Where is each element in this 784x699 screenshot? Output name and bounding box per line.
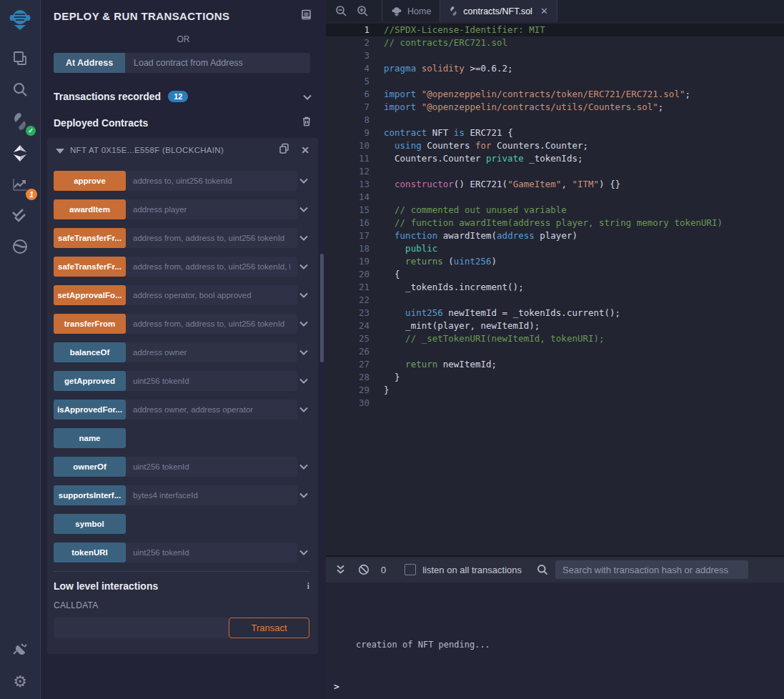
zoom-in-icon[interactable]: [352, 0, 373, 22]
expand-function-chevron-icon[interactable]: [297, 550, 310, 555]
function-args-input[interactable]: [126, 400, 297, 420]
settings-gear-icon[interactable]: ⚙: [0, 669, 40, 695]
chevron-down-icon[interactable]: [303, 90, 312, 103]
function-button[interactable]: tokenURI: [54, 542, 126, 562]
unit-testing-icon[interactable]: [0, 202, 40, 227]
code-line-11[interactable]: 11 Counters.Counter private _tokenIds;: [326, 152, 784, 165]
code-line-9[interactable]: 9contract NFT is ERC721 {: [326, 127, 784, 139]
zoom-out-icon[interactable]: [330, 0, 352, 22]
function-button[interactable]: supportsInterf...: [54, 485, 126, 505]
code-line-27[interactable]: 27 return newItemId;: [326, 358, 784, 371]
function-button[interactable]: balanceOf: [54, 342, 126, 362]
listen-transactions-checkbox[interactable]: [405, 564, 416, 575]
function-args-input[interactable]: [126, 257, 297, 277]
analytics-icon[interactable]: 1: [0, 172, 40, 197]
info-icon[interactable]: i: [307, 580, 309, 592]
function-args-input[interactable]: [126, 485, 297, 505]
code-line-10[interactable]: 10 using Counters for Counters.Counter;: [326, 139, 784, 152]
function-button[interactable]: approve: [54, 171, 126, 191]
function-button[interactable]: getApproved: [54, 371, 126, 391]
code-line-20[interactable]: 20 {: [326, 268, 784, 281]
code-line-17[interactable]: 17 function awardItem(address player): [326, 229, 784, 242]
function-button[interactable]: setApprovalFo...: [54, 285, 126, 305]
expand-function-chevron-icon[interactable]: [297, 321, 310, 327]
code-line-15[interactable]: 15 // commented out unused variable: [326, 204, 784, 217]
code-line-4[interactable]: 4pragma solidity >=0.6.2;: [326, 62, 784, 75]
code-line-23[interactable]: 23 uint256 newItemId = _tokenIds.current…: [326, 307, 784, 319]
function-button[interactable]: ownerOf: [54, 457, 126, 477]
close-icon[interactable]: ✕: [301, 144, 309, 156]
at-address-input[interactable]: [125, 53, 310, 73]
function-args-input[interactable]: [126, 199, 297, 219]
code-line-16[interactable]: 16 // function awardItem(address player,…: [326, 217, 784, 229]
trash-icon[interactable]: [302, 116, 312, 129]
terminal-search-input[interactable]: [555, 560, 748, 579]
code-line-24[interactable]: 24 _mint(player, newItemId);: [326, 319, 784, 332]
expand-function-chevron-icon[interactable]: [297, 492, 310, 498]
search-icon[interactable]: [0, 76, 40, 102]
code-line-12[interactable]: 12: [326, 165, 784, 178]
function-button[interactable]: safeTransferFr...: [54, 257, 126, 277]
function-button[interactable]: transferFrom: [54, 314, 126, 334]
solidity-compiler-icon[interactable]: ✓: [0, 109, 40, 134]
code-line-2[interactable]: 2// contracts/ERC721.sol: [326, 36, 784, 49]
tab-nft-sol[interactable]: contracts/NFT.sol ✕: [440, 0, 557, 22]
function-button[interactable]: symbol: [54, 514, 126, 534]
code-editor[interactable]: 1//SPDX-License-Identifier: MIT2// contr…: [326, 22, 784, 555]
function-args-input[interactable]: [126, 542, 297, 562]
expand-terminal-icon[interactable]: [336, 565, 345, 575]
expand-function-chevron-icon[interactable]: [297, 350, 310, 355]
code-line-5[interactable]: 5: [326, 75, 784, 88]
expand-function-chevron-icon[interactable]: [297, 378, 310, 384]
expand-function-chevron-icon[interactable]: [297, 407, 310, 412]
code-line-6[interactable]: 6import "@openzeppelin/contracts/token/E…: [326, 88, 784, 101]
function-args-input[interactable]: [126, 457, 297, 477]
code-line-26[interactable]: 26: [326, 345, 784, 358]
expand-function-chevron-icon[interactable]: [297, 464, 310, 470]
code-line-30[interactable]: 30: [326, 397, 784, 410]
code-line-3[interactable]: 3: [326, 49, 784, 62]
expand-function-chevron-icon[interactable]: [297, 178, 310, 184]
expand-function-chevron-icon[interactable]: [297, 235, 310, 241]
function-args-input[interactable]: [126, 371, 297, 391]
code-line-7[interactable]: 7import "@openzeppelin/contracts/utils/C…: [326, 101, 784, 114]
transact-button[interactable]: Transact: [229, 618, 309, 638]
function-args-input[interactable]: [126, 285, 297, 305]
function-button[interactable]: awardItem: [54, 199, 126, 219]
code-line-22[interactable]: 22: [326, 294, 784, 307]
code-line-25[interactable]: 25 // _setTokenURI(newItemId, tokenURI);: [326, 332, 784, 345]
file-explorer-icon[interactable]: [0, 46, 40, 71]
code-line-13[interactable]: 13 constructor() ERC721("GameItem", "ITM…: [326, 178, 784, 191]
code-line-18[interactable]: 18 public: [326, 242, 784, 255]
expand-function-chevron-icon[interactable]: [297, 264, 310, 269]
code-line-8[interactable]: 8: [326, 114, 784, 127]
code-line-14[interactable]: 14: [326, 191, 784, 204]
terminal-output[interactable]: creation of NFT pending... >: [326, 582, 784, 699]
book-icon[interactable]: [301, 9, 312, 23]
function-button[interactable]: name: [54, 428, 126, 448]
side-panel-scrollbar[interactable]: [320, 0, 324, 699]
expand-function-chevron-icon[interactable]: [297, 292, 310, 298]
tab-close-icon[interactable]: ✕: [540, 6, 548, 16]
code-line-19[interactable]: 19 returns (uint256): [326, 255, 784, 268]
function-button[interactable]: safeTransferFr...: [54, 228, 126, 248]
instance-collapse-chevron-icon[interactable]: [56, 144, 64, 157]
clear-console-icon[interactable]: [358, 564, 369, 575]
function-button[interactable]: isApprovedFor...: [54, 400, 126, 420]
scrollbar-thumb[interactable]: [320, 254, 324, 362]
at-address-button[interactable]: At Address: [54, 53, 125, 73]
deploy-run-icon[interactable]: [0, 140, 40, 166]
plugin-circle-icon[interactable]: [0, 234, 40, 259]
plugin-manager-icon[interactable]: [0, 637, 40, 663]
code-line-29[interactable]: 29}: [326, 384, 784, 397]
calldata-input[interactable]: [54, 618, 229, 638]
copy-icon[interactable]: [279, 143, 289, 157]
function-args-input[interactable]: [126, 342, 297, 362]
code-line-28[interactable]: 28 }: [326, 371, 784, 384]
expand-function-chevron-icon[interactable]: [297, 207, 310, 212]
tab-home[interactable]: Home: [382, 0, 440, 22]
code-line-1[interactable]: 1//SPDX-License-Identifier: MIT: [326, 24, 784, 36]
function-args-input[interactable]: [126, 314, 297, 334]
function-args-input[interactable]: [126, 228, 297, 248]
code-line-21[interactable]: 21 _tokenIds.increment();: [326, 281, 784, 294]
